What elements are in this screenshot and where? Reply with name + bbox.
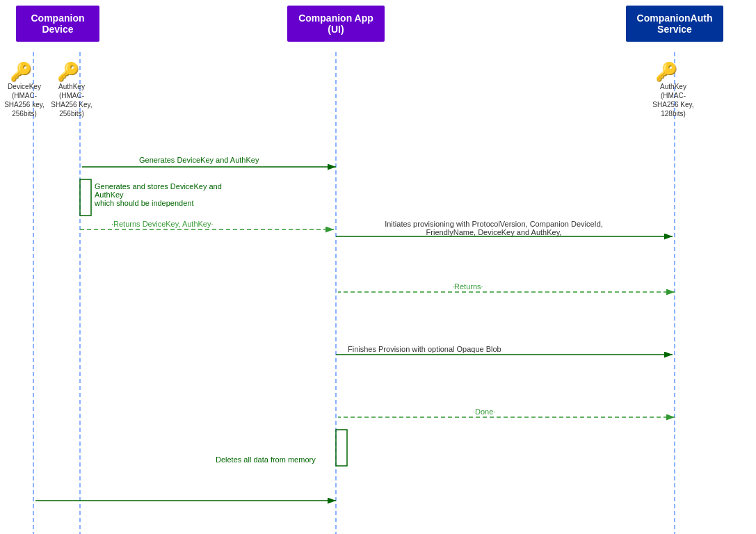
- auth-key-device-label: AuthKey(HMAC-SHA256 Key,256bits): [47, 82, 96, 118]
- msg5-label: ·Returns·: [452, 282, 483, 291]
- actor-companion-app: Companion App (UI): [287, 6, 385, 42]
- msg3-label: ·Returns DeviceKey, AuthKey·: [111, 220, 214, 228]
- msg6-label: Finishes Provision with optional Opaque …: [348, 345, 501, 353]
- arrows-svg: [0, 0, 756, 534]
- actor-companion-device: Companion Device: [16, 6, 99, 42]
- svg-rect-9: [80, 179, 91, 216]
- auth-key-service-icon: 🔑: [655, 61, 677, 83]
- msg4-label: Initiates provisioning with ProtocolVers…: [348, 220, 640, 236]
- svg-rect-15: [336, 430, 347, 466]
- msg8-label: Deletes all data from memory: [216, 455, 316, 464]
- msg1-label: Generates DeviceKey and AuthKey: [139, 156, 259, 164]
- diagram-container: Companion Device Companion App (UI) Comp…: [0, 0, 756, 534]
- msg7-label: ·Done·: [473, 407, 495, 416]
- device-key-icon: 🔑: [10, 61, 32, 83]
- auth-key-device-icon: 🔑: [57, 61, 79, 83]
- auth-key-service-label: AuthKey(HMAC-SHA256 Key,128bits): [645, 82, 701, 118]
- actor-companion-auth: CompanionAuth Service: [626, 6, 723, 42]
- device-key-label: DeviceKey(HMAC-SHA256 key,256bits): [0, 82, 49, 118]
- msg2-label: Generates and stores DeviceKey and AuthK…: [95, 182, 248, 207]
